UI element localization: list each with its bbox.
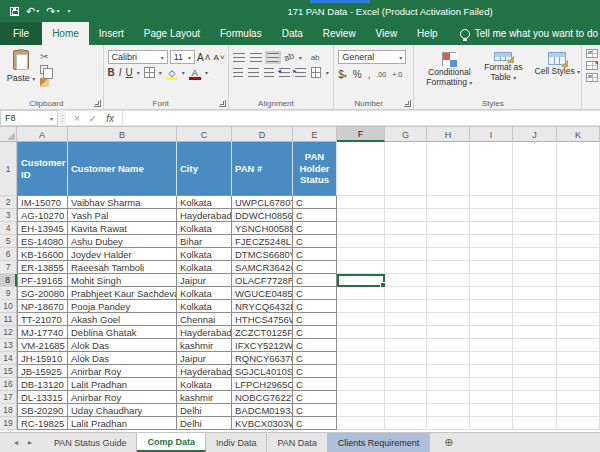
format-as-table-button[interactable]: Format as Table ▾ xyxy=(478,52,528,83)
column-header-C[interactable]: C xyxy=(177,127,232,142)
cell-C2[interactable]: Kolkata xyxy=(177,196,232,209)
percent-style-button[interactable]: % xyxy=(353,69,362,80)
cell-F18[interactable] xyxy=(337,404,385,417)
sheet-tab-clients-requirement[interactable]: Clients Requirement xyxy=(328,433,431,452)
cell-J8[interactable] xyxy=(513,274,557,287)
row-header-11[interactable]: 11 xyxy=(0,313,17,326)
column-header-B[interactable]: B xyxy=(68,127,177,142)
cell-E14[interactable]: C xyxy=(293,352,337,365)
cell-J7[interactable] xyxy=(513,261,557,274)
cell-C3[interactable]: Hayderabad xyxy=(177,209,232,222)
cell-D6[interactable]: DTMCS6680V xyxy=(232,248,293,261)
cell-J6[interactable] xyxy=(513,248,557,261)
cell-K19[interactable] xyxy=(557,417,600,430)
cell-F4[interactable] xyxy=(337,222,385,235)
cell-F7[interactable] xyxy=(337,261,385,274)
shrink-font-button[interactable]: A˅ xyxy=(214,53,226,62)
cut-button[interactable]: ✂ xyxy=(40,51,53,61)
cell-D19[interactable]: KVBCX0303W xyxy=(232,417,293,430)
cell-D2[interactable]: UWPCL6780T xyxy=(232,196,293,209)
ribbon-tab-help[interactable]: Help xyxy=(407,22,448,45)
cell-A5[interactable]: ES-14080 xyxy=(17,235,68,248)
cell-J17[interactable] xyxy=(513,391,557,404)
row-header-17[interactable]: 17 xyxy=(0,391,17,404)
cell-C16[interactable]: Kolkata xyxy=(177,378,232,391)
cell-C12[interactable]: Hayderabad xyxy=(177,326,232,339)
top-align-button[interactable] xyxy=(233,53,245,62)
row-header-2[interactable]: 2 xyxy=(0,196,17,209)
cell-H17[interactable] xyxy=(427,391,470,404)
cell-K10[interactable] xyxy=(557,300,600,313)
cell-I5[interactable] xyxy=(470,235,513,248)
cell-E4[interactable]: C xyxy=(293,222,337,235)
cell-I4[interactable] xyxy=(470,222,513,235)
fill-color-button[interactable]: ◇ xyxy=(166,68,178,78)
cell-K9[interactable] xyxy=(557,287,600,300)
cell-J14[interactable] xyxy=(513,352,557,365)
cell-B16[interactable]: Lalit Pradhan xyxy=(68,378,177,391)
ribbon-tab-formulas[interactable]: Formulas xyxy=(210,22,272,45)
cell-G16[interactable] xyxy=(385,378,427,391)
cell-K1[interactable] xyxy=(557,142,600,196)
font-color-button[interactable]: A xyxy=(189,68,201,78)
cell-F1[interactable] xyxy=(337,142,385,196)
cell-K15[interactable] xyxy=(557,365,600,378)
cell-H10[interactable] xyxy=(427,300,470,313)
cell-H15[interactable] xyxy=(427,365,470,378)
ribbon-tab-page-layout[interactable]: Page Layout xyxy=(134,22,210,45)
cell-G13[interactable] xyxy=(385,339,427,352)
cell-A16[interactable]: DB-13120 xyxy=(17,378,68,391)
row-header-14[interactable]: 14 xyxy=(0,352,17,365)
ribbon-tab-review[interactable]: Review xyxy=(313,22,366,45)
borders-button[interactable] xyxy=(144,67,155,78)
cell-I10[interactable] xyxy=(470,300,513,313)
cell-A9[interactable]: SG-20080 xyxy=(17,287,68,300)
cell-F6[interactable] xyxy=(337,248,385,261)
cell-styles-button[interactable]: Cell Styles ▾ xyxy=(532,52,582,83)
sheet-tab-pan-status-guide[interactable]: PAN Status Guide xyxy=(44,433,137,452)
comma-style-button[interactable]: , xyxy=(368,69,371,80)
cell-K6[interactable] xyxy=(557,248,600,261)
cell-H12[interactable] xyxy=(427,326,470,339)
cell-C10[interactable]: Kolkata xyxy=(177,300,232,313)
cell-D11[interactable]: HTHCS4756W xyxy=(232,313,293,326)
header-cell-A1[interactable]: Customer ID xyxy=(17,142,68,196)
sheet-tab-indiv-data[interactable]: Indiv Data xyxy=(206,433,268,452)
cell-K7[interactable] xyxy=(557,261,600,274)
enter-icon[interactable]: ✓ xyxy=(89,113,97,124)
cell-F16[interactable] xyxy=(337,378,385,391)
number-dialog-launcher-icon[interactable] xyxy=(404,100,411,107)
cell-G19[interactable] xyxy=(385,417,427,430)
cell-G11[interactable] xyxy=(385,313,427,326)
cell-J5[interactable] xyxy=(513,235,557,248)
increase-decimal-button[interactable]: .00 xyxy=(376,71,386,78)
cell-E8[interactable]: C xyxy=(293,274,337,287)
format-painter-button[interactable] xyxy=(40,77,53,87)
cell-G18[interactable] xyxy=(385,404,427,417)
column-header-K[interactable]: K xyxy=(557,127,600,142)
number-format-combo[interactable]: General▾ xyxy=(338,50,406,64)
cell-E7[interactable]: C xyxy=(293,261,337,274)
cell-D12[interactable]: ZCZCT0125P xyxy=(232,326,293,339)
cell-H6[interactable] xyxy=(427,248,470,261)
cell-B9[interactable]: Prabhjeet Kaur Sachdeva xyxy=(68,287,177,300)
cell-C17[interactable]: kashmir xyxy=(177,391,232,404)
cell-E5[interactable]: C xyxy=(293,235,337,248)
ribbon-tab-view[interactable]: View xyxy=(366,22,408,45)
italic-button[interactable]: I xyxy=(119,67,122,78)
cell-I13[interactable] xyxy=(470,339,513,352)
cell-K17[interactable] xyxy=(557,391,600,404)
header-cell-D1[interactable]: PAN # xyxy=(232,142,293,196)
cell-G17[interactable] xyxy=(385,391,427,404)
align-left-button[interactable] xyxy=(233,68,244,77)
cell-H5[interactable] xyxy=(427,235,470,248)
ribbon-tab-home[interactable]: Home xyxy=(42,22,89,45)
font-size-combo[interactable]: 11▾ xyxy=(170,50,195,64)
cell-F5[interactable] xyxy=(337,235,385,248)
cell-G5[interactable] xyxy=(385,235,427,248)
cell-F12[interactable] xyxy=(337,326,385,339)
cell-A6[interactable]: KB-16600 xyxy=(17,248,68,261)
cell-D17[interactable]: NOBCG7622V xyxy=(232,391,293,404)
cell-F9[interactable] xyxy=(337,287,385,300)
cell-E3[interactable]: C xyxy=(293,209,337,222)
